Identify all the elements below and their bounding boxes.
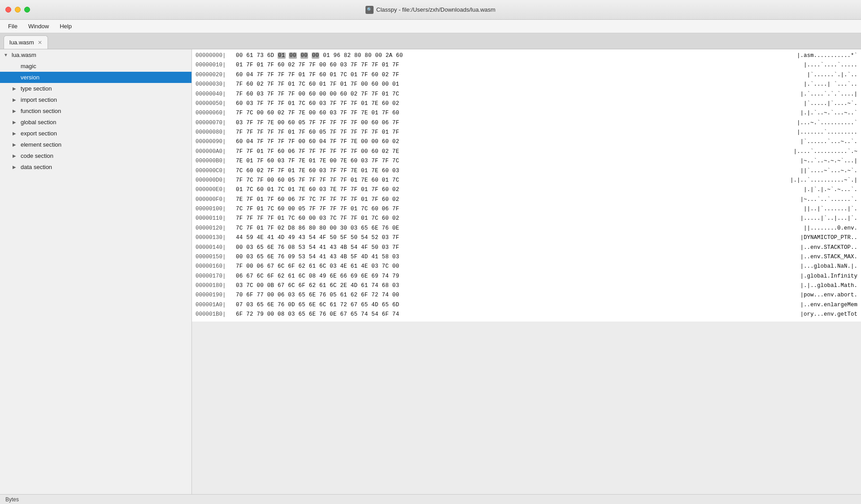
hex-bytes[interactable]: 7C 7F 01 7C 60 00 05 7F 7F 7F 7F 01 7C 6… [236,205,786,213]
maximize-button[interactable] [24,7,30,13]
hex-ascii: |.|..global.Math. [786,282,857,290]
hex-view[interactable]: 00000000|00 61 73 6D 01 00 00 00 01 96 8… [192,49,861,322]
hex-bytes[interactable]: 60 04 7F 7F 7F 7F 01 7F 60 01 7C 01 7F 6… [236,71,786,79]
hex-ascii: |DYNAMICTOP_PTR.. [786,234,857,242]
hex-bytes[interactable]: 70 6F 77 00 06 03 65 6E 76 05 61 62 6F 7… [236,291,786,300]
hex-address: 00000130| [196,234,236,242]
main-area: ▼ lua.wasm magic version ▶ type section … [0,49,861,494]
hex-ascii: |ory...env.getTot [786,310,857,319]
hex-row: 00000020|60 04 7F 7F 7F 7F 01 7F 60 01 7… [192,70,861,80]
sidebar-label-import-section: import section [21,96,57,103]
sidebar-item-export-section[interactable]: ▶ export section [0,128,191,139]
hex-address: 000001B0| [196,310,236,319]
expand-icon: ▶ [13,165,19,169]
hex-bytes[interactable]: 01 7F 01 7F 60 02 7F 7F 00 60 03 7F 7F 7… [236,61,786,70]
hex-bytes[interactable]: 03 7F 7F 7E 00 60 05 7F 7F 7F 7F 7F 00 6… [236,119,786,127]
menu-help[interactable]: Help [55,22,76,31]
hex-address: 00000010| [196,61,236,70]
hex-ascii: ||..|`.......|`. [786,205,857,213]
sidebar-item-magic[interactable]: magic [0,61,191,72]
hex-address: 00000060| [196,109,236,117]
sidebar-item-global-section[interactable]: ▶ global section [0,117,191,128]
sidebar-item-type-section[interactable]: ▶ type section [0,83,191,94]
hex-bytes[interactable]: 00 61 73 6D 01 00 00 00 01 96 82 80 80 0… [236,52,786,60]
hex-ascii: |.....|`..|...|`. [786,214,857,223]
hex-row: 000000A0|7F 7F 01 7F 60 06 7F 7F 7F 7F 7… [192,147,861,156]
hex-address: 00000190| [196,291,236,300]
hex-bytes[interactable]: 03 7C 00 0B 67 6C 6F 62 61 6C 2E 4D 61 7… [236,282,786,290]
hex-row: 000000B0|7E 01 7F 60 03 7F 7E 01 7E 00 7… [192,156,861,166]
hex-row: 00000100|7C 7F 01 7C 60 00 05 7F 7F 7F 7… [192,204,861,214]
hex-bytes[interactable]: 60 03 7F 7F 7F 01 7C 60 03 7F 7F 7F 01 7… [236,100,786,108]
sidebar-item-element-section[interactable]: ▶ element section [0,139,191,150]
hex-row: 00000070|03 7F 7F 7E 00 60 05 7F 7F 7F 7… [192,118,861,128]
hex-bytes[interactable]: 7C 7F 01 7F 02 D8 86 80 80 00 30 03 65 6… [236,224,786,233]
minimize-button[interactable] [15,7,21,13]
hex-row: 00000180|03 7C 00 0B 67 6C 6F 62 61 6C 2… [192,281,861,291]
hex-bytes[interactable]: 7E 7F 01 7F 60 06 7F 7C 7F 7F 7F 7F 01 7… [236,196,786,204]
hex-ascii: |`......`...~..`. [786,138,857,146]
hex-bytes[interactable]: 7F 00 06 67 6C 6F 62 61 6C 03 4E 61 4E 0… [236,262,786,271]
expand-icon: ▶ [13,109,19,113]
sidebar-item-data-section[interactable]: ▶ data section [0,161,191,173]
status-bar: Bytes [0,494,861,504]
hex-address: 00000050| [196,100,236,108]
menu-window[interactable]: Window [24,22,53,31]
hex-row: 00000090|60 04 7F 7F 7F 7F 00 60 04 7F 7… [192,137,861,147]
hex-ascii: ||........0.env. [786,224,857,233]
expand-icon: ▶ [13,142,19,147]
hex-bytes[interactable]: 06 67 6C 6F 62 61 6C 08 49 6E 66 69 6E 6… [236,272,786,281]
hex-ascii: |.......`......... [786,128,857,137]
hex-row: 00000080|7F 7F 7F 7F 7F 01 7F 60 05 7F 7… [192,128,861,137]
hex-bytes[interactable]: 07 03 65 6E 76 0D 65 6E 6C 61 72 67 65 4… [236,301,786,309]
hex-ascii: |.|..`..........~`.| [785,176,857,185]
hex-ascii: |.global.Infinity [786,272,857,281]
sidebar-label-type-section: type section [21,85,52,92]
sidebar-item-import-section[interactable]: ▶ import section [0,94,191,105]
hex-bytes[interactable]: 01 7C 60 01 7C 01 7E 60 03 7E 7F 7F 01 7… [236,186,786,194]
hex-address: 00000090| [196,138,236,146]
hex-bytes[interactable]: 7C 60 02 7F 7F 01 7E 60 03 7F 7F 7E 01 7… [236,167,786,175]
expand-icon: ▶ [13,120,19,125]
hex-bytes[interactable]: 44 59 4E 41 4D 49 43 54 4F 50 5F 50 54 5… [236,234,786,242]
hex-bytes[interactable]: 00 03 65 6E 76 09 53 54 41 43 4B 5F 4D 4… [236,253,786,261]
hex-ascii: |.`....| `...`.. [786,80,857,89]
hex-row: 00000140|00 03 65 6E 76 08 53 54 41 43 4… [192,243,861,252]
hex-row: 00000130|44 59 4E 41 4D 49 43 54 4F 50 5… [192,233,861,243]
hex-bytes[interactable]: 7F 7C 7F 00 60 05 7F 7F 7F 7F 7F 01 7E 6… [236,176,785,185]
sidebar-item-function-section[interactable]: ▶ function section [0,105,191,117]
hex-ascii: |`.....|`....~`. [786,100,857,108]
tab-lua-wasm[interactable]: lua.wasm ✕ [4,35,48,49]
hex-address: 00000030| [196,80,236,89]
hex-row: 000000E0|01 7C 60 01 7C 01 7E 60 03 7E 7… [192,185,861,195]
hex-bytes[interactable]: 7F 60 03 7F 7F 7F 00 60 00 00 60 02 7F 7… [236,90,786,99]
menu-file[interactable]: File [4,22,22,31]
hex-address: 00000080| [196,128,236,137]
hex-bytes[interactable]: 7F 7F 7F 7F 7F 01 7F 60 05 7F 7F 7F 7F 7… [236,128,786,137]
hex-bytes[interactable]: 6F 72 79 00 08 03 65 6E 76 0E 67 65 74 5… [236,310,786,319]
sidebar-item-version[interactable]: version [0,72,191,83]
close-button[interactable] [5,7,11,13]
hex-bytes[interactable]: 7F 7F 7F 7F 01 7C 60 00 03 7C 7F 7F 01 7… [236,214,786,223]
hex-address: 00000020| [196,71,236,79]
sidebar-label-global-section: global section [21,119,57,126]
sidebar-label-code-section: code section [21,152,53,159]
hex-ascii: |.`....`.`.`....| [786,90,857,99]
spacer-icon [13,75,19,80]
hex-bytes[interactable]: 00 03 65 6E 76 08 53 54 41 43 4B 54 4F 5… [236,243,786,252]
hex-ascii: |..env.STACK_MAX. [786,253,857,261]
hex-address: 000000B0| [196,157,236,165]
hex-bytes[interactable]: 7E 01 7F 60 03 7F 7E 01 7E 00 7E 60 03 7… [236,157,786,165]
sidebar-item-code-section[interactable]: ▶ code section [0,150,191,161]
hex-ascii: |...~.`..........` [786,119,857,127]
sidebar-root[interactable]: ▼ lua.wasm [0,49,191,61]
hex-row: 00000160|7F 00 06 67 6C 6F 62 61 6C 03 4… [192,262,861,271]
hex-bytes[interactable]: 60 04 7F 7F 7F 7F 00 60 04 7F 7F 7E 00 0… [236,138,786,146]
sidebar-label-element-section: element section [21,141,61,148]
hex-row: 000001A0|07 03 65 6E 76 0D 65 6E 6C 61 7… [192,300,861,310]
sidebar: ▼ lua.wasm magic version ▶ type section … [0,49,192,494]
hex-bytes[interactable]: 7F 60 02 7F 7F 01 7C 60 01 7F 01 7F 00 6… [236,80,786,89]
tab-close-icon[interactable]: ✕ [38,40,42,45]
hex-bytes[interactable]: 7F 7F 01 7F 60 06 7F 7F 7F 7F 7F 7F 00 6… [236,148,786,156]
hex-bytes[interactable]: 7F 7C 00 60 02 7F 7E 00 60 03 7F 7F 7E 0… [236,109,786,117]
